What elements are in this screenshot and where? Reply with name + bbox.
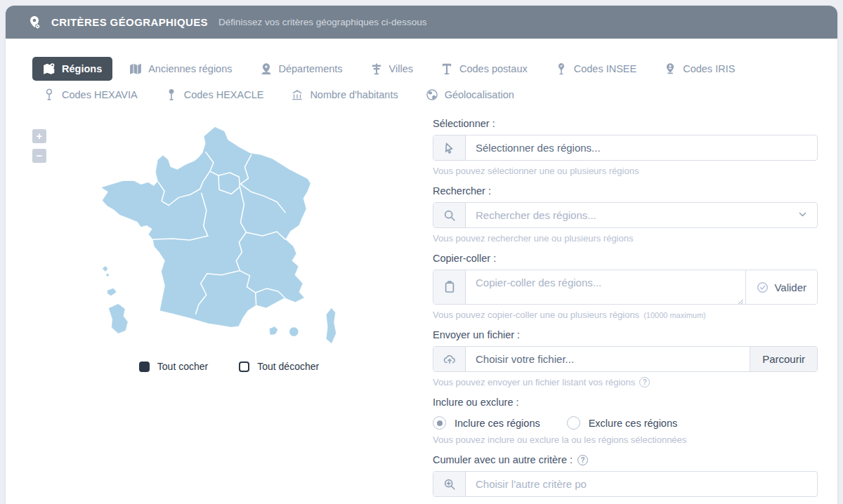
search-icon bbox=[433, 203, 466, 227]
cloud-upload-icon bbox=[433, 347, 466, 371]
search-regions-input[interactable] bbox=[466, 203, 798, 227]
select-label: Sélectionner : bbox=[433, 118, 818, 129]
building-icon bbox=[291, 88, 303, 101]
pin-stand-icon bbox=[555, 62, 568, 75]
check-all-label: Tout cocher bbox=[157, 361, 208, 372]
paste-regions-textarea[interactable] bbox=[466, 270, 745, 304]
tab-codes-iris[interactable]: Codes IRIS bbox=[653, 57, 745, 81]
include-exclude-label: Inclure ou exclure : bbox=[433, 397, 818, 408]
criteria-form: Sélectionner : Vous pouvez sélectionner … bbox=[433, 118, 818, 504]
upload-helper: Vous pouvez envoyer un fichier listant v… bbox=[433, 377, 818, 387]
validate-label: Valider bbox=[774, 281, 806, 293]
paste-label: Copier-coller : bbox=[433, 253, 818, 264]
map-marker-icon bbox=[260, 62, 273, 75]
tab-label: Codes INSEE bbox=[574, 63, 636, 74]
uncheck-all-button[interactable]: Tout décocher bbox=[239, 361, 319, 372]
chevron-down-icon[interactable] bbox=[798, 209, 807, 222]
tab-villes[interactable]: Villes bbox=[360, 57, 424, 81]
select-field: Sélectionner : Vous pouvez sélectionner … bbox=[433, 118, 818, 176]
map-panel: + − bbox=[32, 118, 426, 504]
signpost-icon bbox=[370, 62, 383, 75]
combine-label: Cumuler avec un autre critère : ? bbox=[433, 454, 818, 465]
map-icon bbox=[129, 62, 142, 75]
tab-codes-hexavia[interactable]: Codes HEXAVIA bbox=[32, 83, 148, 107]
map-zoom-controls: + − bbox=[32, 129, 46, 163]
tab-label: Départements bbox=[279, 63, 343, 74]
panel-title: CRITÈRES GÉOGRAPHIQUES bbox=[51, 16, 208, 28]
pin-filled-icon bbox=[165, 88, 178, 101]
paste-helper-suffix: (10000 maximum) bbox=[643, 311, 706, 319]
tab-label: Géolocalisation bbox=[445, 89, 514, 100]
browse-button[interactable]: Parcourir bbox=[750, 347, 817, 371]
tab-label: Anciennes régions bbox=[148, 63, 232, 74]
zoom-in-button[interactable]: + bbox=[32, 129, 46, 143]
page: CRITÈRES GÉOGRAPHIQUES Définissez vos cr… bbox=[0, 0, 843, 504]
help-icon[interactable]: ? bbox=[577, 455, 588, 465]
search-field: Rechercher : Vous pouvez rechercher une … bbox=[433, 185, 818, 244]
globe-icon bbox=[426, 88, 438, 101]
tab-anciennes-regions[interactable]: Anciennes régions bbox=[119, 57, 242, 81]
upload-label: Envoyer un fichier : bbox=[433, 329, 818, 340]
map-pin-gear-icon bbox=[27, 15, 42, 30]
help-icon[interactable]: ? bbox=[639, 377, 650, 387]
tab-label: Codes HEXAVIA bbox=[62, 89, 138, 100]
tab-nombre-habitants[interactable]: Nombre d'habitants bbox=[280, 83, 408, 107]
tab-label: Codes HEXACLE bbox=[184, 89, 264, 100]
include-radio[interactable] bbox=[433, 416, 446, 430]
tab-codes-insee[interactable]: Codes INSEE bbox=[544, 57, 647, 81]
validate-button[interactable]: Valider bbox=[745, 270, 817, 304]
exclude-radio[interactable] bbox=[567, 416, 580, 430]
checkbox-filled-icon bbox=[139, 362, 150, 372]
cursor-icon bbox=[433, 135, 466, 160]
zoom-out-button[interactable]: − bbox=[32, 149, 46, 163]
search-plus-icon bbox=[433, 472, 466, 496]
tab-label: Nombre d'habitants bbox=[310, 89, 398, 100]
map-legend: Tout cocher Tout décocher bbox=[32, 361, 426, 372]
combine-criteria-input[interactable] bbox=[466, 472, 817, 496]
paste-helper: Vous pouvez copier-coller une ou plusieu… bbox=[433, 310, 818, 320]
tabs-bar: Régions Anciennes régions Départements V… bbox=[6, 39, 806, 107]
tab-label: Villes bbox=[389, 63, 413, 74]
upload-field: Envoyer un fichier : Parcourir Vous pouv… bbox=[433, 329, 818, 387]
checkbox-outline-icon bbox=[239, 362, 249, 372]
clipboard-icon bbox=[433, 270, 466, 304]
tab-geolocalisation[interactable]: Géolocalisation bbox=[415, 83, 525, 107]
map-pin-icon bbox=[43, 62, 55, 75]
combine-field: Cumuler avec un autre critère : ? Vous p… bbox=[433, 454, 818, 504]
tab-label: Codes postaux bbox=[459, 63, 528, 74]
panel-subtitle: Définissez vos critères géographiques ci… bbox=[218, 17, 426, 27]
tab-codes-hexacle[interactable]: Codes HEXACLE bbox=[155, 83, 275, 107]
include-radio-label: Inclure ces régions bbox=[455, 418, 540, 429]
geographic-criteria-panel: CRITÈRES GÉOGRAPHIQUES Définissez vos cr… bbox=[6, 6, 837, 504]
exclude-radio-label: Exclure ces régions bbox=[589, 418, 678, 429]
tab-codes-postaux[interactable]: Codes postaux bbox=[430, 57, 538, 81]
select-helper: Vous pouvez sélectionner une ou plusieur… bbox=[433, 166, 818, 176]
content: + − bbox=[6, 107, 837, 504]
choose-file-input[interactable] bbox=[466, 347, 750, 371]
person-pin-icon bbox=[664, 62, 677, 75]
tab-label: Codes IRIS bbox=[683, 63, 735, 74]
france-map[interactable] bbox=[99, 118, 398, 355]
panel-header: CRITÈRES GÉOGRAPHIQUES Définissez vos cr… bbox=[6, 6, 837, 39]
france-outline bbox=[102, 127, 310, 326]
tab-label: Régions bbox=[62, 63, 102, 74]
corsica bbox=[327, 308, 336, 343]
select-regions-input[interactable] bbox=[466, 135, 817, 160]
search-helper: Vous pouvez rechercher une ou plusieurs … bbox=[433, 233, 818, 244]
pin-outline-icon bbox=[43, 88, 55, 101]
include-exclude-helper: Vous pouvez inclure ou exclure la ou les… bbox=[433, 435, 818, 445]
include-exclude-options: Inclure ces régions Exclure ces régions bbox=[433, 416, 818, 430]
search-label: Rechercher : bbox=[433, 185, 818, 197]
tab-departements[interactable]: Départements bbox=[249, 57, 353, 81]
resize-handle[interactable] bbox=[737, 296, 743, 302]
post-icon bbox=[440, 62, 453, 75]
uncheck-all-label: Tout décocher bbox=[257, 361, 319, 372]
tab-regions[interactable]: Régions bbox=[32, 57, 112, 81]
include-exclude-field: Inclure ou exclure : Inclure ces régions… bbox=[433, 397, 818, 445]
check-all-button[interactable]: Tout cocher bbox=[139, 361, 208, 372]
paste-field: Copier-coller : Va bbox=[433, 253, 818, 320]
check-circle-icon bbox=[757, 281, 769, 293]
